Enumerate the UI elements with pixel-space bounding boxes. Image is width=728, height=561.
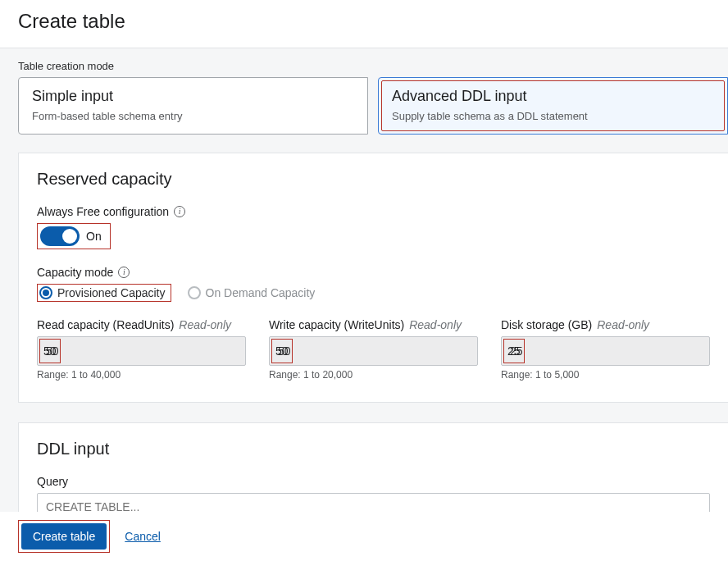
ddl-query-label: Query: [37, 475, 710, 488]
write-capacity-input: [269, 336, 478, 366]
disk-readonly-tag: Read-only: [597, 318, 649, 331]
write-capacity-col: Write capacity (WriteUnits) Read-only 50…: [269, 318, 478, 381]
write-capacity-help: Range: 1 to 20,000: [269, 369, 478, 381]
mode-advanced-sub: Supply table schema as a DDL statement: [392, 110, 714, 122]
read-capacity-help: Range: 1 to 40,000: [37, 369, 246, 381]
disk-storage-col: Disk storage (GB) Read-only 25 Range: 1 …: [501, 318, 710, 381]
always-free-label: Always Free configuration: [37, 205, 169, 218]
radio-provisioned-label: Provisioned Capacity: [57, 286, 166, 299]
capacity-mode-fieldset: Capacity mode i Provisioned Capacity On …: [37, 266, 710, 302]
body-area: Table creation mode Simple input Form-ba…: [0, 48, 728, 531]
radio-icon: [188, 286, 201, 299]
mode-row: Simple input Form-based table schema ent…: [18, 77, 728, 135]
mode-label: Table creation mode: [18, 60, 728, 72]
mode-simple-title: Simple input: [32, 88, 354, 105]
footer-bar: Create table Cancel: [0, 512, 728, 550]
mode-card-advanced[interactable]: Advanced DDL input Supply table schema a…: [378, 77, 728, 135]
always-free-toggle[interactable]: [40, 226, 80, 246]
info-icon[interactable]: i: [118, 267, 130, 278]
read-readonly-tag: Read-only: [179, 318, 231, 331]
create-highlight: Create table: [18, 520, 110, 550]
read-capacity-col: Read capacity (ReadUnits) Read-only 50 R…: [37, 318, 246, 381]
capacity-row: Read capacity (ReadUnits) Read-only 50 R…: [37, 318, 710, 381]
mode-card-simple[interactable]: Simple input Form-based table schema ent…: [18, 77, 368, 135]
disk-storage-input: [501, 336, 710, 366]
always-free-fieldset: Always Free configuration i On: [37, 205, 710, 249]
mode-simple-sub: Form-based table schema entry: [32, 110, 354, 122]
info-icon[interactable]: i: [174, 206, 185, 217]
reserved-title: Reserved capacity: [37, 170, 710, 189]
radio-ondemand-label: On Demand Capacity: [206, 286, 316, 299]
write-capacity-label: Write capacity (WriteUnits): [269, 318, 404, 331]
ddl-title: DDL input: [37, 440, 710, 458]
read-capacity-label: Read capacity (ReadUnits): [37, 318, 174, 331]
read-capacity-input: [37, 336, 246, 366]
radio-icon: [39, 286, 52, 299]
mode-advanced-title: Advanced DDL input: [392, 88, 714, 105]
disk-storage-label: Disk storage (GB): [501, 318, 592, 331]
cancel-link[interactable]: Cancel: [125, 530, 161, 543]
reserved-capacity-panel: Reserved capacity Always Free configurat…: [18, 153, 728, 403]
always-free-state: On: [86, 230, 102, 243]
create-table-button[interactable]: Create table: [21, 523, 107, 550]
radio-provisioned[interactable]: Provisioned Capacity: [37, 284, 171, 302]
disk-storage-help: Range: 1 to 5,000: [501, 369, 710, 381]
capacity-mode-label: Capacity mode: [37, 266, 113, 279]
always-free-highlight: On: [37, 223, 111, 249]
page-title: Create table: [0, 0, 728, 48]
write-readonly-tag: Read-only: [409, 318, 462, 331]
radio-ondemand[interactable]: On Demand Capacity: [188, 286, 316, 299]
